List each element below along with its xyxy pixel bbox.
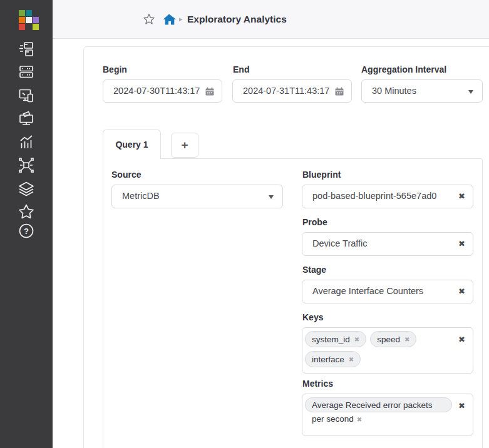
source-label: Source — [111, 170, 141, 180]
page: ? ▸ Exploratory Analytics Begin 2024-07-… — [0, 0, 489, 448]
blueprint-input[interactable]: pod-based-blueprint-565e7ad0 ✖ — [302, 185, 473, 208]
logo-square — [33, 10, 39, 16]
tag[interactable]: speed✖ — [370, 331, 416, 347]
logo-square — [26, 24, 32, 30]
stage-label: Stage — [302, 265, 326, 275]
keys-input[interactable]: system_id✖speed✖interface✖ ✖ — [302, 327, 473, 374]
blueprint-value: pod-based-blueprint-565e7ad0 — [312, 185, 436, 207]
probe-value: Device Traffic — [312, 233, 368, 255]
keys-tags: system_id✖speed✖interface✖ — [305, 331, 454, 367]
logo-square — [19, 17, 25, 23]
source-value: MetricDB — [122, 185, 160, 207]
tag-remove-icon[interactable]: ✖ — [357, 416, 362, 423]
add-query-button[interactable]: + — [171, 133, 198, 158]
stage-value: Average Interface Counters — [312, 280, 423, 302]
tag-label: Average Received error packets per secon… — [312, 400, 433, 424]
begin-label: Begin — [103, 64, 127, 74]
clear-blueprint-icon[interactable]: ✖ — [458, 192, 465, 201]
probe-label: Probe — [302, 217, 327, 227]
source-select[interactable]: MetricDB — [111, 185, 283, 208]
tag-label: system_id — [312, 335, 350, 344]
design-icon[interactable] — [17, 86, 36, 105]
blueprints-icon[interactable] — [17, 40, 36, 59]
tag[interactable]: Average Received error packets per secon… — [305, 397, 452, 412]
begin-value: 2024-07-30T11:43:17 — [113, 80, 200, 102]
analytics-icon[interactable] — [17, 133, 36, 152]
calendar-icon[interactable] — [205, 86, 215, 96]
clear-probe-icon[interactable]: ✖ — [458, 240, 465, 248]
help-icon[interactable]: ? — [17, 221, 36, 240]
page-title: Exploratory Analytics — [187, 14, 287, 25]
favorite-star-icon[interactable] — [143, 13, 155, 26]
logo-square — [33, 17, 39, 23]
calendar-icon[interactable] — [334, 86, 344, 96]
begin-input[interactable]: 2024-07-30T11:43:17 — [103, 79, 222, 103]
logo-square — [33, 24, 39, 30]
aggregation-interval-value: 30 Minutes — [372, 80, 416, 102]
sidebar: ? — [0, 0, 53, 448]
metrics-tags: Average Received error packets per secon… — [305, 397, 453, 412]
logo-square — [19, 10, 25, 16]
tag-label: interface — [312, 355, 344, 364]
logo-square — [26, 10, 32, 16]
clear-stage-icon[interactable]: ✖ — [458, 287, 465, 296]
breadcrumb-separator-icon: ▸ — [179, 15, 183, 23]
tag-remove-icon[interactable]: ✖ — [349, 356, 354, 363]
favorites-icon[interactable] — [17, 203, 36, 221]
end-input[interactable]: 2024-07-31T11:43:17 — [232, 79, 352, 103]
clear-keys-icon[interactable]: ✖ — [458, 335, 465, 344]
metrics-input[interactable]: Average Received error packets per secon… — [302, 394, 473, 436]
blueprint-label: Blueprint — [302, 170, 341, 180]
tag-remove-icon[interactable]: ✖ — [404, 336, 409, 343]
end-value: 2024-07-31T11:43:17 — [243, 80, 329, 102]
tag-remove-icon[interactable]: ✖ — [354, 336, 359, 343]
systems-icon[interactable] — [17, 156, 36, 175]
platform-icon[interactable] — [17, 180, 36, 198]
tab-query-1[interactable]: Query 1 — [103, 130, 161, 159]
clear-metrics-icon[interactable]: ✖ — [458, 402, 465, 410]
home-icon[interactable] — [162, 13, 176, 26]
keys-label: Keys — [302, 312, 323, 322]
aggregation-interval-label: Aggregation Interval — [361, 64, 446, 74]
resources-icon[interactable] — [17, 109, 36, 128]
end-label: End — [233, 64, 249, 74]
devices-icon[interactable] — [17, 62, 36, 81]
logo-square — [26, 17, 32, 23]
chevron-down-icon — [269, 195, 274, 199]
aggregation-interval-select[interactable]: 30 Minutes — [361, 79, 483, 103]
logo-square — [19, 24, 25, 30]
chevron-down-icon — [468, 90, 473, 94]
tag-label: speed — [377, 335, 400, 344]
tag[interactable]: system_id✖ — [305, 331, 366, 347]
tag[interactable]: interface✖ — [305, 351, 361, 367]
stage-input[interactable]: Average Interface Counters ✖ — [302, 280, 473, 303]
probe-input[interactable]: Device Traffic ✖ — [302, 232, 473, 256]
metrics-label: Metrics — [302, 379, 333, 389]
apstra-logo[interactable] — [19, 10, 39, 31]
svg-text:?: ? — [24, 227, 29, 236]
breadcrumb-bar: ▸ Exploratory Analytics — [53, 0, 489, 39]
